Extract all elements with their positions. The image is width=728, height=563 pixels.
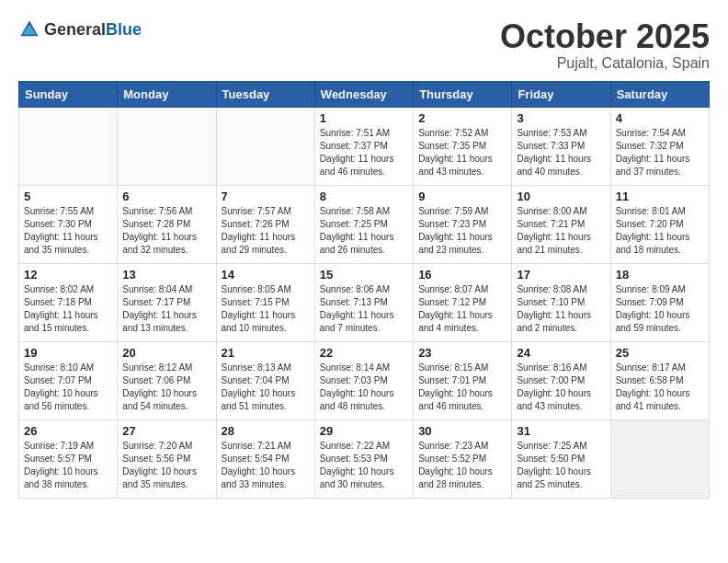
day-number: 28 xyxy=(222,424,310,438)
day-number: 21 xyxy=(222,346,310,360)
day-number: 26 xyxy=(24,424,112,438)
day-number: 27 xyxy=(122,424,210,438)
calendar-header: SundayMondayTuesdayWednesdayThursdayFrid… xyxy=(19,81,710,107)
day-number: 7 xyxy=(222,190,310,203)
location-title: Pujalt, Catalonia, Spain xyxy=(500,55,710,72)
calendar-cell: 8Sunrise: 7:58 AM Sunset: 7:25 PM Daylig… xyxy=(314,185,413,263)
day-number: 18 xyxy=(616,268,704,282)
day-info: Sunrise: 8:00 AM Sunset: 7:21 PM Dayligh… xyxy=(517,205,605,257)
day-number: 31 xyxy=(517,424,605,438)
calendar-cell: 7Sunrise: 7:57 AM Sunset: 7:26 PM Daylig… xyxy=(216,185,314,263)
calendar-cell: 21Sunrise: 8:13 AM Sunset: 7:04 PM Dayli… xyxy=(216,341,314,419)
calendar-cell: 20Sunrise: 8:12 AM Sunset: 7:06 PM Dayli… xyxy=(118,341,216,419)
day-number: 8 xyxy=(320,190,408,203)
day-info: Sunrise: 8:13 AM Sunset: 7:04 PM Dayligh… xyxy=(222,362,310,413)
week-row-5: 26Sunrise: 7:19 AM Sunset: 5:57 PM Dayli… xyxy=(19,419,710,498)
weekday-header-saturday: Saturday xyxy=(610,81,709,107)
weekday-header-monday: Monday xyxy=(118,81,216,107)
calendar-cell: 15Sunrise: 8:06 AM Sunset: 7:13 PM Dayli… xyxy=(314,263,413,341)
logo-text-blue: Blue xyxy=(106,21,142,38)
weekday-header-row: SundayMondayTuesdayWednesdayThursdayFrid… xyxy=(19,81,710,107)
calendar-cell: 26Sunrise: 7:19 AM Sunset: 5:57 PM Dayli… xyxy=(19,419,118,498)
day-info: Sunrise: 8:12 AM Sunset: 7:06 PM Dayligh… xyxy=(122,362,210,413)
day-number: 15 xyxy=(320,268,408,282)
day-info: Sunrise: 7:57 AM Sunset: 7:26 PM Dayligh… xyxy=(222,205,310,257)
day-number: 13 xyxy=(122,268,210,282)
day-info: Sunrise: 8:10 AM Sunset: 7:07 PM Dayligh… xyxy=(24,362,112,413)
day-info: Sunrise: 8:08 AM Sunset: 7:10 PM Dayligh… xyxy=(517,283,605,335)
day-info: Sunrise: 8:05 AM Sunset: 7:15 PM Dayligh… xyxy=(222,283,310,335)
day-info: Sunrise: 8:02 AM Sunset: 7:18 PM Dayligh… xyxy=(24,283,112,335)
day-info: Sunrise: 7:58 AM Sunset: 7:25 PM Dayligh… xyxy=(320,205,408,257)
day-info: Sunrise: 8:07 AM Sunset: 7:12 PM Dayligh… xyxy=(418,283,506,335)
calendar-cell: 18Sunrise: 8:09 AM Sunset: 7:09 PM Dayli… xyxy=(610,263,709,341)
day-info: Sunrise: 8:09 AM Sunset: 7:09 PM Dayligh… xyxy=(616,283,704,335)
day-info: Sunrise: 7:22 AM Sunset: 5:53 PM Dayligh… xyxy=(320,440,408,491)
logo-text-general: General xyxy=(44,21,106,38)
day-number: 19 xyxy=(24,346,112,360)
day-info: Sunrise: 7:52 AM Sunset: 7:35 PM Dayligh… xyxy=(418,127,506,178)
day-number: 6 xyxy=(122,190,210,203)
calendar-cell xyxy=(118,107,216,185)
title-area: October 2025 Pujalt, Catalonia, Spain xyxy=(500,18,710,72)
week-row-1: 1Sunrise: 7:51 AM Sunset: 7:37 PM Daylig… xyxy=(19,107,710,185)
day-number: 3 xyxy=(517,111,605,125)
day-info: Sunrise: 7:20 AM Sunset: 5:56 PM Dayligh… xyxy=(122,440,210,491)
calendar-cell: 1Sunrise: 7:51 AM Sunset: 7:37 PM Daylig… xyxy=(314,107,413,185)
calendar-cell: 12Sunrise: 8:02 AM Sunset: 7:18 PM Dayli… xyxy=(19,263,118,341)
day-info: Sunrise: 8:17 AM Sunset: 6:58 PM Dayligh… xyxy=(616,362,704,413)
day-info: Sunrise: 8:15 AM Sunset: 7:01 PM Dayligh… xyxy=(418,362,506,413)
weekday-header-thursday: Thursday xyxy=(414,81,512,107)
calendar-cell: 22Sunrise: 8:14 AM Sunset: 7:03 PM Dayli… xyxy=(314,341,413,419)
calendar-cell: 23Sunrise: 8:15 AM Sunset: 7:01 PM Dayli… xyxy=(414,341,512,419)
calendar-cell: 25Sunrise: 8:17 AM Sunset: 6:58 PM Dayli… xyxy=(610,341,709,419)
day-number: 4 xyxy=(616,111,704,125)
day-number: 16 xyxy=(418,268,506,282)
calendar-cell: 19Sunrise: 8:10 AM Sunset: 7:07 PM Dayli… xyxy=(19,341,118,419)
week-row-2: 5Sunrise: 7:55 AM Sunset: 7:30 PM Daylig… xyxy=(19,185,710,263)
day-number: 24 xyxy=(517,346,605,360)
logo: General Blue xyxy=(18,18,142,40)
day-info: Sunrise: 8:06 AM Sunset: 7:13 PM Dayligh… xyxy=(320,283,408,335)
day-number: 14 xyxy=(222,268,310,282)
month-title: October 2025 xyxy=(500,18,710,55)
day-info: Sunrise: 7:21 AM Sunset: 5:54 PM Dayligh… xyxy=(222,440,310,491)
calendar-cell: 30Sunrise: 7:23 AM Sunset: 5:52 PM Dayli… xyxy=(414,419,512,498)
calendar-cell: 2Sunrise: 7:52 AM Sunset: 7:35 PM Daylig… xyxy=(414,107,512,185)
calendar-cell: 24Sunrise: 8:16 AM Sunset: 7:00 PM Dayli… xyxy=(512,341,610,419)
day-number: 17 xyxy=(517,268,605,282)
weekday-header-sunday: Sunday xyxy=(19,81,118,107)
calendar-cell: 4Sunrise: 7:54 AM Sunset: 7:32 PM Daylig… xyxy=(610,107,709,185)
weekday-header-tuesday: Tuesday xyxy=(216,81,314,107)
calendar-cell: 11Sunrise: 8:01 AM Sunset: 7:20 PM Dayli… xyxy=(610,185,709,263)
day-info: Sunrise: 7:19 AM Sunset: 5:57 PM Dayligh… xyxy=(24,440,112,491)
day-info: Sunrise: 7:51 AM Sunset: 7:37 PM Dayligh… xyxy=(320,127,408,178)
day-number: 29 xyxy=(320,424,408,438)
day-info: Sunrise: 8:14 AM Sunset: 7:03 PM Dayligh… xyxy=(320,362,408,413)
day-info: Sunrise: 8:04 AM Sunset: 7:17 PM Dayligh… xyxy=(122,283,210,335)
day-number: 20 xyxy=(122,346,210,360)
day-number: 5 xyxy=(24,190,112,203)
calendar-cell xyxy=(19,107,118,185)
day-info: Sunrise: 7:53 AM Sunset: 7:33 PM Dayligh… xyxy=(517,127,605,178)
day-info: Sunrise: 8:01 AM Sunset: 7:20 PM Dayligh… xyxy=(616,205,704,257)
day-number: 30 xyxy=(418,424,506,438)
day-number: 12 xyxy=(24,268,112,282)
page-header: General Blue October 2025 Pujalt, Catalo… xyxy=(18,18,710,72)
calendar-cell: 3Sunrise: 7:53 AM Sunset: 7:33 PM Daylig… xyxy=(512,107,610,185)
calendar-body: 1Sunrise: 7:51 AM Sunset: 7:37 PM Daylig… xyxy=(19,107,710,498)
day-info: Sunrise: 7:25 AM Sunset: 5:50 PM Dayligh… xyxy=(517,440,605,491)
day-info: Sunrise: 8:16 AM Sunset: 7:00 PM Dayligh… xyxy=(517,362,605,413)
day-info: Sunrise: 7:54 AM Sunset: 7:32 PM Dayligh… xyxy=(616,127,704,178)
day-number: 9 xyxy=(418,190,506,203)
calendar-cell: 29Sunrise: 7:22 AM Sunset: 5:53 PM Dayli… xyxy=(314,419,413,498)
week-row-4: 19Sunrise: 8:10 AM Sunset: 7:07 PM Dayli… xyxy=(19,341,710,419)
day-info: Sunrise: 7:23 AM Sunset: 5:52 PM Dayligh… xyxy=(418,440,506,491)
calendar-cell: 9Sunrise: 7:59 AM Sunset: 7:23 PM Daylig… xyxy=(414,185,512,263)
day-number: 22 xyxy=(320,346,408,360)
logo-icon xyxy=(18,18,40,40)
calendar-cell: 6Sunrise: 7:56 AM Sunset: 7:28 PM Daylig… xyxy=(118,185,216,263)
calendar-cell: 27Sunrise: 7:20 AM Sunset: 5:56 PM Dayli… xyxy=(118,419,216,498)
day-number: 11 xyxy=(616,190,704,203)
day-info: Sunrise: 7:55 AM Sunset: 7:30 PM Dayligh… xyxy=(24,205,112,257)
